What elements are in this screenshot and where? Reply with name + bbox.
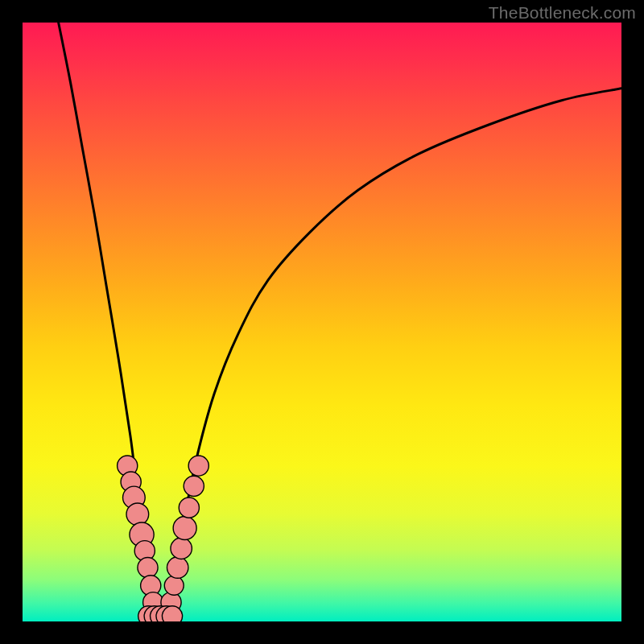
- left-cluster-marker: [138, 557, 158, 577]
- chart-svg: [23, 23, 621, 621]
- left-cluster-marker: [126, 503, 149, 526]
- marker-layer: [118, 456, 209, 621]
- right-cluster-marker: [164, 576, 184, 595]
- watermark-text: TheBottleneck.com: [489, 3, 636, 23]
- right-cluster-marker: [173, 516, 196, 539]
- right-cluster-marker: [184, 476, 204, 496]
- bottom-cluster-marker: [162, 606, 182, 621]
- right-cluster-marker: [167, 557, 188, 578]
- right-cluster-marker: [188, 456, 208, 476]
- series-right-curve: [167, 89, 621, 621]
- plot-area: [23, 23, 621, 621]
- right-cluster-marker: [179, 497, 199, 518]
- right-cluster-marker: [171, 538, 192, 559]
- chart-frame: TheBottleneck.com: [0, 0, 644, 644]
